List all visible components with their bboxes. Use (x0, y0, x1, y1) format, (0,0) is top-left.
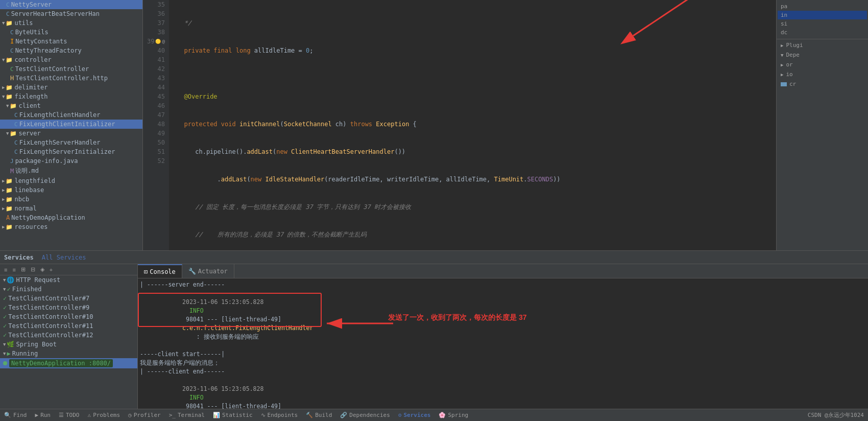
folder-icon: 📁 (6, 93, 13, 100)
sidebar-item-packageinfo[interactable]: J package-info.java (0, 156, 142, 166)
sidebar-item-controller[interactable]: ▼ 📁 controller (0, 55, 142, 64)
app-label: NettyDemoApplication :8080/ (9, 359, 113, 367)
arrow-right-icon: ▶ (781, 72, 783, 77)
run-icon: ▶ (35, 412, 39, 418)
profiler-icon: ◷ (128, 412, 132, 418)
arrow-down-icon: ▼ (2, 57, 5, 62)
status-problems[interactable]: ⚠ Problems (88, 412, 120, 418)
sidebar-item-shuoming[interactable]: M 说明.md (0, 166, 142, 176)
sidebar-item-nbcb[interactable]: ▶ 📁 nbcb (0, 195, 142, 204)
terminal-icon: >_ (169, 412, 176, 418)
right-panel-item-si[interactable]: si (778, 19, 867, 28)
toolbar-btn-3[interactable]: ⊞ (19, 265, 28, 274)
sidebar-item-client[interactable]: ▼ 📁 client (0, 101, 142, 110)
right-panel-section-cr[interactable]: cr (778, 79, 867, 89)
tab-actuator[interactable]: 🔧 Actuator (182, 264, 234, 278)
services-test-item-9[interactable]: ✓ TestClientController#9 (0, 303, 137, 312)
services-test-item-7[interactable]: ✓ TestClientController#7 (0, 294, 137, 303)
status-statistic[interactable]: 📊 Statistic (213, 412, 253, 418)
status-bar-right: CSDN @永远少年1024 (808, 411, 864, 419)
todo-icon: ☰ (59, 412, 64, 418)
arrow-right-icon: ▶ (781, 62, 783, 67)
services-spring-boot[interactable]: ▼ 🌿 Spring Boot (0, 340, 137, 349)
sidebar-item-normal[interactable]: ▶ 📁 normal (0, 204, 142, 213)
status-find[interactable]: 🔍 Find (4, 412, 27, 418)
sidebar-item-nettydemoapplication[interactable]: A NettyDemoApplication (0, 213, 142, 222)
services-header-label: Services (4, 254, 34, 261)
test-pass-icon: ✓ (3, 295, 7, 302)
status-profiler[interactable]: ◷ Profiler (128, 412, 161, 418)
services-http-request[interactable]: ▼ 🌐 HTTP Request (0, 275, 137, 285)
folder-icon: 📁 (10, 103, 17, 109)
sidebar-item-lengthfield[interactable]: ▶ 📁 lengthfield (0, 176, 142, 185)
arrow-down-icon: ▼ (6, 103, 9, 108)
services-running[interactable]: ▼ ▶ Running (0, 349, 137, 358)
bar-icon (781, 82, 787, 86)
section-label: or (786, 61, 792, 68)
status-services[interactable]: ⚙ Services (398, 412, 431, 418)
services-test-item-12[interactable]: ✓ TestClientController#12 (0, 331, 137, 340)
status-dependencies[interactable]: 🔗 Dependencies (340, 412, 390, 418)
status-build[interactable]: 🔨 Build (306, 412, 332, 418)
status-terminal[interactable]: >_ Terminal (169, 412, 205, 418)
sidebar-item-linebase[interactable]: ▶ 📁 linebase (0, 185, 142, 195)
folder-icon: 📁 (6, 224, 13, 230)
sidebar-item-fixlengthserverhandler[interactable]: C FixLengthServerHandler (0, 138, 142, 147)
toolbar-btn-4[interactable]: ⊟ (29, 265, 37, 274)
sidebar-item-serverheartbeat[interactable]: C ServerHeartBeatServerHan (0, 9, 142, 18)
services-app[interactable]: NettyDemoApplication :8080/ (0, 358, 137, 368)
sidebar-item-testclientcontrollerhttp[interactable]: H TestClientController.http (0, 74, 142, 83)
sidebar-item-byteutils[interactable]: C ByteUtils (0, 28, 142, 37)
arrow-right-icon: ▶ (781, 43, 783, 48)
status-todo[interactable]: ☰ TODO (59, 412, 80, 418)
app-icon: A (6, 214, 10, 221)
sidebar-item-fixlengthclientinitializer[interactable]: C FixLengthClientInitializer (0, 120, 142, 129)
folder-icon: 📁 (6, 187, 13, 194)
section-label: io (786, 71, 792, 78)
finished-icon: ✓ (7, 286, 10, 293)
sidebar-item-resources[interactable]: ▶ 📁 resources (0, 222, 142, 231)
sidebar-item-utils[interactable]: ▼ 📁 utils (0, 18, 142, 28)
status-spring[interactable]: 🌸 Spring (439, 412, 468, 418)
toolbar-btn-plus[interactable]: + (47, 266, 55, 274)
status-endpoints[interactable]: ∿ Endpoints (261, 412, 298, 418)
right-item-label: si (781, 20, 787, 27)
section-label: Depe (786, 52, 800, 58)
test-icon: C (10, 66, 14, 73)
services-finished[interactable]: ▼ ✓ Finished (0, 285, 137, 294)
services-left-panel: ≡ ≡ ⊞ ⊟ ◈ + ▼ 🌐 HTTP Request (0, 264, 138, 409)
right-panel-item-dc[interactable]: dc (778, 28, 867, 37)
section-label: cr (789, 81, 796, 87)
tab-console[interactable]: ⊡ Console (138, 264, 182, 278)
right-panel-section-io[interactable]: ▶ io (778, 69, 867, 79)
spring-icon: 🌸 (439, 412, 446, 418)
right-panel-item-in[interactable]: in (778, 11, 867, 19)
status-run[interactable]: ▶ Run (35, 412, 51, 418)
console-panel: ⊡ Console 🔧 Actuator (138, 264, 868, 409)
toolbar-btn-5[interactable]: ◈ (38, 265, 46, 274)
services-test-item-10[interactable]: ✓ TestClientController#10 (0, 312, 137, 321)
sidebar-item-delimiter[interactable]: ▶ 📁 delimiter (0, 83, 142, 92)
sidebar-item-fixlengthclienthandler[interactable]: C FixLengthClientHandler (0, 110, 142, 120)
toolbar-btn-1[interactable]: ≡ (2, 266, 9, 274)
sidebar-item-nettythreadfactory[interactable]: C NettyThreadFactory (0, 46, 142, 55)
java-icon: J (10, 158, 14, 165)
arrow-right-icon: ▶ (2, 178, 5, 183)
sidebar-item-testclientcontroller[interactable]: C TestClientController (0, 64, 142, 74)
right-panel-section-or[interactable]: ▶ or (778, 60, 867, 69)
right-panel-section-depe[interactable]: ▼ Depe (778, 50, 867, 60)
problems-icon: ⚠ (88, 412, 91, 418)
sidebar-item-nettyserver[interactable]: C NettyServer (0, 0, 142, 9)
toolbar-btn-2[interactable]: ≡ (10, 266, 17, 274)
java-icon: C (14, 149, 18, 155)
sidebar-item-nettyconstants[interactable]: I NettyConstants (0, 37, 142, 46)
sidebar-item-fixlengthserverinitializer[interactable]: C FixLengthServerInitializer (0, 147, 142, 156)
console-line: -----client start------| (140, 350, 866, 359)
services-test-item-11[interactable]: ✓ TestClientController#11 (0, 321, 137, 331)
bottom-content: ≡ ≡ ⊞ ⊟ ◈ + ▼ 🌐 HTTP Request (0, 264, 868, 409)
sidebar-item-server[interactable]: ▼ 📁 server (0, 129, 142, 138)
right-panel-section-plugi[interactable]: ▶ Plugi (778, 40, 867, 50)
right-panel-item-pa[interactable]: pa (778, 2, 867, 11)
all-services-tab[interactable]: All Services (42, 254, 86, 261)
sidebar-item-fixlength[interactable]: ▼ 📁 fixlength (0, 92, 142, 101)
